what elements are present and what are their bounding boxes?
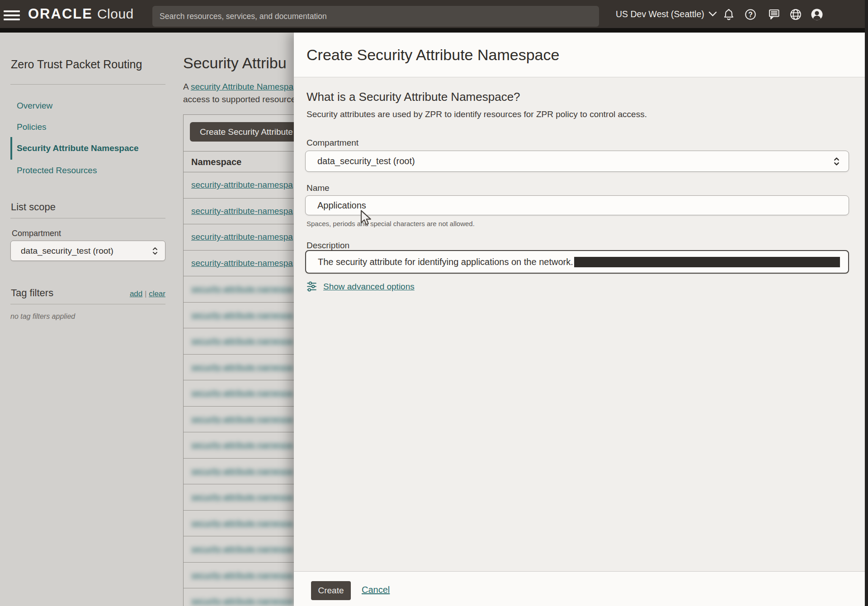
intro-line2: access to supported resource <box>183 95 296 104</box>
namespace-link[interactable]: security-attribute-namespa <box>191 388 293 398</box>
namespace-link[interactable]: security-attribute-namespa <box>191 596 293 606</box>
namespace-link[interactable]: security-attribute-namespa <box>191 570 293 580</box>
namespace-link[interactable]: security-attribute-namespa <box>191 544 293 554</box>
create-security-attribute-button[interactable]: Create Security Attribute <box>190 122 303 142</box>
sidebar-item-policies[interactable]: Policies <box>10 122 46 133</box>
sidebar-divider <box>10 84 165 85</box>
region-label: US Dev West (Seattle) <box>616 9 704 19</box>
namespace-link[interactable]: security-attribute-namespa <box>191 284 293 294</box>
oracle-cloud-console: Security Attribu A security Attribute Na… <box>0 0 868 606</box>
compartment-label: Compartment <box>12 229 61 238</box>
window-edge <box>865 0 868 606</box>
tag-filter-add-link[interactable]: add <box>130 289 142 298</box>
sidebar-item-protected-resources[interactable]: Protected Resources <box>10 165 97 176</box>
name-helper-text: Spaces, periods and special characters a… <box>307 220 475 227</box>
namespace-link[interactable]: security-attribute-namespa <box>191 492 293 502</box>
chevron-down-icon <box>708 11 717 17</box>
notifications-bell-icon[interactable] <box>722 8 736 21</box>
tag-filter-clear-link[interactable]: clear <box>149 289 165 298</box>
name-field[interactable] <box>305 195 849 215</box>
intro-prefix: A <box>183 82 191 91</box>
list-scope-divider <box>10 218 165 218</box>
sidebar-item-overview[interactable]: Overview <box>10 100 52 111</box>
description-value: The security attribute for identifying a… <box>318 257 573 267</box>
drawer-compartment-label: Compartment <box>307 138 359 148</box>
namespace-link[interactable]: security-attribute-namespa <box>191 206 293 216</box>
avatar-icon[interactable] <box>810 8 824 21</box>
create-button[interactable]: Create <box>311 581 351 600</box>
namespace-link[interactable]: security-attribute-namespa <box>191 258 293 268</box>
namespace-link[interactable]: security-attribute-namespa <box>191 466 293 476</box>
description-field[interactable]: The security attribute for identifying a… <box>305 250 849 274</box>
show-advanced-options-link[interactable]: Show advanced options <box>323 282 415 292</box>
cancel-link[interactable]: Cancel <box>362 585 390 595</box>
namespace-doc-link[interactable]: security Attribute Namespa <box>191 82 293 91</box>
sidebar: Zero Trust Packet Routing Overview Polic… <box>0 33 183 606</box>
tag-filter-separator: | <box>145 289 146 298</box>
updown-chevron-icon <box>833 156 840 167</box>
compartment-select-value: data_security_test (root) <box>21 246 151 256</box>
text-caret <box>574 257 840 267</box>
hamburger-menu-icon[interactable] <box>4 10 20 22</box>
oracle-cloud-logo[interactable]: ORACLE Cloud <box>28 0 134 28</box>
sidebar-title: Zero Trust Packet Routing <box>11 58 142 71</box>
drawer-compartment-select[interactable]: data_security_test (root) <box>305 151 849 172</box>
drawer-compartment-value: data_security_test (root) <box>317 156 833 166</box>
drawer-description-label: Description <box>307 241 349 251</box>
list-scope-heading: List scope <box>11 201 56 213</box>
sliders-icon <box>306 281 317 292</box>
tag-filters-empty-text: no tag filters applied <box>10 312 75 321</box>
namespace-link[interactable]: security-attribute-namespa <box>191 440 293 450</box>
drawer-footer: Create Cancel <box>294 571 865 606</box>
feedback-icon[interactable] <box>767 8 781 21</box>
compartment-select[interactable]: data_security_test (root) <box>10 241 165 261</box>
drawer-header: Create Security Attribute Namespace <box>294 33 865 77</box>
tag-filter-actions: add | clear <box>130 289 165 298</box>
namespace-link[interactable]: security-attribute-namespa <box>191 336 293 346</box>
create-namespace-drawer: Create Security Attribute Namespace What… <box>294 33 865 606</box>
drawer-section-body: Security attributes are used by ZPR to i… <box>307 109 647 119</box>
page-intro: A security Attribute Namespa access to s… <box>183 80 296 106</box>
region-selector[interactable]: US Dev West (Seattle) <box>616 0 717 28</box>
namespace-link[interactable]: security-attribute-namespa <box>191 414 293 424</box>
namespace-link[interactable]: security-attribute-namespa <box>191 310 293 320</box>
search-input[interactable] <box>152 6 599 27</box>
updown-chevron-icon <box>151 246 159 256</box>
page-title: Security Attribu <box>183 54 287 72</box>
brand-oracle: ORACLE <box>28 6 93 22</box>
help-icon[interactable]: ? <box>744 8 757 21</box>
namespace-link[interactable]: security-attribute-namespa <box>191 180 293 190</box>
tag-filters-heading: Tag filters <box>11 287 53 299</box>
drawer-name-label: Name <box>307 183 330 193</box>
topbar: ORACLE Cloud US Dev West (Seattle) ? <box>0 0 868 33</box>
globe-icon[interactable] <box>789 8 802 21</box>
drawer-section-heading: What is a Security Attribute Namespace? <box>307 90 520 104</box>
brand-cloud: Cloud <box>97 6 134 22</box>
namespace-link[interactable]: security-attribute-namespa <box>191 232 293 242</box>
show-advanced-options[interactable]: Show advanced options <box>306 281 415 292</box>
sidebar-item-security-attribute-namespace[interactable]: Security Attribute Namespace <box>10 143 139 154</box>
namespace-link[interactable]: security-attribute-namespa <box>191 518 293 528</box>
namespace-link[interactable]: security-attribute-namespa <box>191 362 293 372</box>
tag-filters-divider <box>10 304 165 304</box>
drawer-title: Create Security Attribute Namespace <box>307 33 559 77</box>
svg-text:?: ? <box>748 11 753 19</box>
